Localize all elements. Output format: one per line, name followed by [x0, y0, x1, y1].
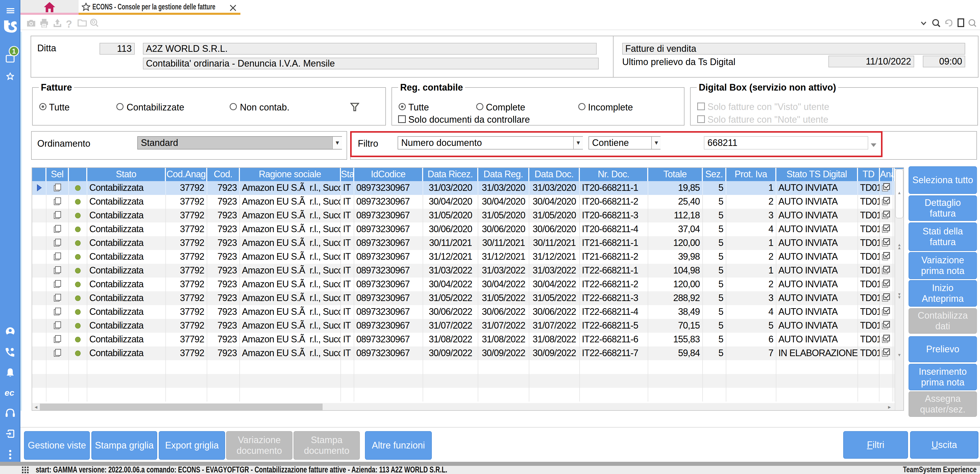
svg-text:1: 1 [12, 48, 16, 55]
